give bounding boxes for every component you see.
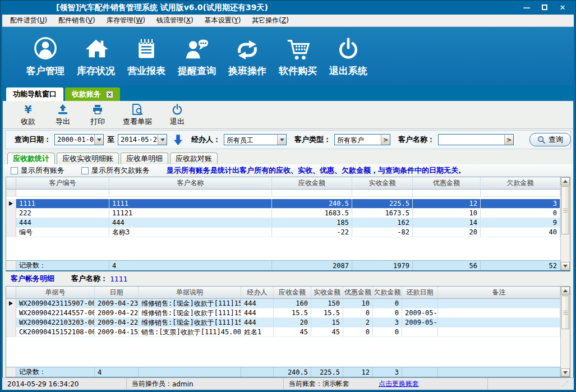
exit-action-button[interactable]: 退出 bbox=[160, 103, 195, 127]
toolbar-customer-button[interactable]: 客户管理 bbox=[20, 35, 71, 77]
toolbar-label: 客户管理 bbox=[26, 64, 64, 77]
toolbar-power-button[interactable]: 退出系统 bbox=[323, 35, 374, 77]
column-header[interactable]: 优惠金额 bbox=[343, 287, 373, 298]
show-all-accounts-checkbox[interactable] bbox=[11, 167, 18, 174]
scroll-down-icon[interactable] bbox=[561, 262, 570, 270]
scroll-track[interactable] bbox=[561, 235, 570, 262]
column-header[interactable]: 欠款金额 bbox=[373, 287, 402, 298]
vertical-scrollbar[interactable] bbox=[560, 177, 570, 270]
customer-name-input[interactable]: > bbox=[438, 134, 514, 145]
customer-type-select[interactable]: 所有客户 > bbox=[334, 134, 390, 145]
detail-customer-label: 客户名称： bbox=[71, 274, 108, 284]
chevron-down-icon[interactable] bbox=[94, 135, 103, 145]
scroll-up-icon[interactable] bbox=[561, 287, 570, 295]
column-header[interactable]: 客户名称 bbox=[109, 177, 272, 189]
tab-close-icon[interactable]: × bbox=[106, 91, 113, 98]
scroll-thumb[interactable] bbox=[561, 186, 569, 234]
operator-label: 经办人： bbox=[191, 135, 220, 145]
column-header[interactable]: 实收金额 bbox=[352, 177, 413, 189]
chevron-down-icon[interactable] bbox=[158, 135, 167, 145]
detail-section-header: 客户帐务明细 客户名称： 1111 bbox=[3, 271, 573, 286]
cell: 销售:[支票]收款于[111]45.00元 bbox=[139, 328, 241, 336]
cell: 14 bbox=[413, 218, 481, 227]
cell: 444 bbox=[241, 308, 274, 317]
filter-row: 显示所有账务 显示所有欠款账务 显示所有账务是统计出客户所有的应收、实收、优惠、… bbox=[3, 164, 573, 177]
lookup-icon[interactable]: > bbox=[504, 135, 513, 145]
toolbar-shift-button[interactable]: 换班操作 bbox=[222, 35, 273, 77]
detail-table-row[interactable]: WX20090423115907-00022009-04-23维修销售:[现金]… bbox=[6, 299, 560, 308]
scroll-up-icon[interactable] bbox=[561, 177, 570, 186]
action-label: 打印 bbox=[90, 117, 105, 127]
column-header[interactable]: 备注 bbox=[438, 287, 560, 298]
totals-cell: 记录数： bbox=[16, 367, 95, 377]
subtab-2[interactable]: 应收单明细 bbox=[121, 153, 168, 164]
column-header[interactable]: 应收金额 bbox=[274, 287, 311, 298]
export-action-button[interactable]: 导出 bbox=[45, 103, 80, 127]
summary-table-row[interactable]: 11111111240.5225.5123 bbox=[6, 199, 560, 209]
toolbar-home-button[interactable]: 库存状况 bbox=[71, 35, 121, 77]
subtab-1[interactable]: 应收实收明细账 bbox=[57, 153, 119, 164]
column-header[interactable]: 欠款金额 bbox=[481, 177, 560, 189]
column-header[interactable]: 应收金额 bbox=[272, 177, 352, 189]
date-to-select[interactable]: 2014-05-29 bbox=[118, 134, 167, 145]
operator-select[interactable]: 所有员工 bbox=[224, 134, 287, 145]
summary-table-row[interactable]: 444444185162149 bbox=[6, 218, 560, 228]
detail-table-row[interactable]: WX20090422144557-00022009-04-22维修销售:[现金]… bbox=[6, 308, 560, 318]
cell: CK20090415152108-0001 bbox=[16, 328, 95, 336]
column-header[interactable]: 经办人 bbox=[241, 287, 274, 298]
cell: 15 bbox=[311, 318, 343, 327]
scroll-thumb[interactable] bbox=[561, 296, 569, 329]
menu-item-2[interactable]: 库存管理(W) bbox=[101, 15, 151, 26]
show-all-debt-checkbox[interactable] bbox=[81, 167, 89, 174]
detail-table-row[interactable]: CK20090415152108-00012009-04-15销售:[支票]收款… bbox=[6, 328, 560, 337]
yen-action-button[interactable]: ¥收款 bbox=[11, 103, 45, 127]
subtab-3[interactable]: 应收款对账 bbox=[170, 153, 218, 164]
menu-item-1[interactable]: 配件销售(V) bbox=[53, 15, 101, 26]
vertical-scrollbar[interactable] bbox=[560, 287, 570, 377]
tab-1[interactable]: 收款账务× bbox=[65, 87, 120, 101]
chevron-down-icon[interactable] bbox=[277, 135, 286, 145]
show-all-debt-option[interactable]: 显示所有欠款账务 bbox=[81, 165, 150, 176]
column-header[interactable]: 客户编号 bbox=[16, 177, 109, 189]
resize-grip-icon[interactable]: ⋰ bbox=[562, 380, 569, 388]
query-date-label: 查询日期： bbox=[15, 135, 51, 145]
view-action-button[interactable]: 查看单据 bbox=[115, 103, 160, 127]
maximize-icon[interactable] bbox=[540, 3, 549, 12]
menu-item-0[interactable]: 配件进货(U) bbox=[4, 15, 53, 26]
close-icon[interactable]: ✕ bbox=[558, 3, 567, 12]
tab-0[interactable]: 功能导航窗口 bbox=[6, 87, 63, 101]
column-header[interactable]: 日期 bbox=[95, 287, 139, 298]
summary-table-row[interactable]: 编号名称3-22-822040 bbox=[6, 228, 560, 237]
print-action-button[interactable]: 打印 bbox=[80, 103, 115, 127]
to-label: 至 bbox=[107, 135, 114, 145]
toolbar-cart-button[interactable]: 软件购买 bbox=[273, 35, 323, 77]
cell: 2009-04-23 bbox=[95, 299, 139, 308]
scroll-down-icon[interactable] bbox=[561, 368, 570, 377]
menu-item-3[interactable]: 钱流管理(X) bbox=[151, 15, 199, 26]
switch-account-link[interactable]: 点击更换账套 bbox=[379, 379, 419, 389]
menu-item-4[interactable]: 基本设置(Y) bbox=[199, 15, 247, 26]
minimize-icon[interactable]: — bbox=[522, 3, 531, 12]
show-all-accounts-option[interactable]: 显示所有账务 bbox=[11, 165, 64, 176]
date-from-select[interactable]: 2000-01-01 bbox=[54, 134, 104, 145]
toolbar-report-button[interactable]: 营业报表 bbox=[121, 35, 172, 77]
column-header[interactable]: 单据号 bbox=[16, 287, 95, 298]
status-filler: ⋰ bbox=[488, 378, 574, 390]
cell bbox=[438, 299, 560, 308]
cell: 2009-04-22 bbox=[95, 318, 139, 327]
lookup-icon[interactable]: > bbox=[381, 135, 390, 145]
column-header[interactable]: 实收金额 bbox=[311, 287, 343, 298]
search-button[interactable]: 查询 bbox=[529, 133, 571, 146]
menu-item-5[interactable]: 其它操作(Z) bbox=[246, 15, 294, 26]
column-header[interactable]: 还款日期 bbox=[402, 287, 438, 298]
column-header[interactable]: 优惠金额 bbox=[413, 177, 481, 189]
summary-table-row[interactable]: 222111211683.51673.5100 bbox=[6, 209, 560, 218]
status-bar: 2014-05-29 16:34:20 当前操作员：admin 当前账套：演示帐… bbox=[2, 377, 574, 390]
scroll-track[interactable] bbox=[561, 330, 570, 368]
status-account: 当前账套：演示帐套 点击更换账套 bbox=[284, 378, 488, 390]
toolbar-reminder-button[interactable]: 提醒查询 bbox=[172, 35, 222, 77]
subtab-0[interactable]: 应收款统计 bbox=[7, 153, 55, 164]
detail-table-row[interactable]: WX20090422103203-00012009-04-22维修销售:[现金]… bbox=[6, 318, 560, 328]
column-header[interactable]: 单据说明 bbox=[139, 287, 241, 298]
cell: 3 bbox=[481, 199, 560, 208]
